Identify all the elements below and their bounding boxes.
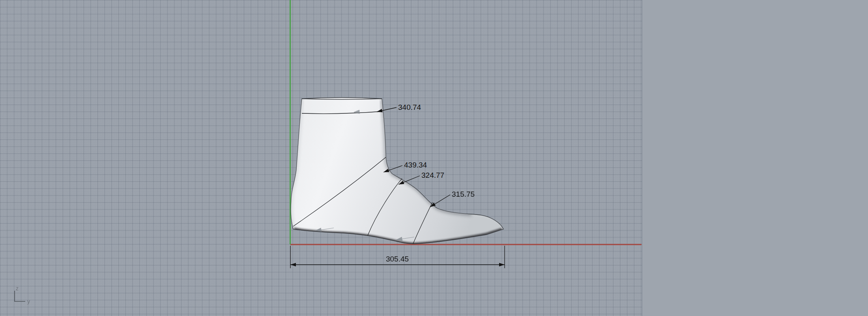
dimension-label[interactable]: 439.34 — [404, 161, 427, 169]
dimension-label[interactable]: 305.45 — [386, 255, 409, 263]
axis-gizmo-z-label: z — [16, 285, 19, 292]
scene-overlay: 340.74 439.34 324.77 315.75 305.45 — [0, 0, 868, 316]
dimension-arrowhead-right — [499, 263, 505, 267]
dimension-label[interactable]: 324.77 — [421, 171, 444, 179]
last-silhouette[interactable] — [291, 98, 503, 244]
dimension-label[interactable]: 340.74 — [398, 103, 421, 111]
cad-viewport-screenshot: 340.74 439.34 324.77 315.75 305.45 — [0, 0, 868, 316]
dimension-arrowhead-left — [290, 263, 296, 267]
shoe-last-model[interactable] — [291, 98, 503, 244]
axis-gizmo-lines — [15, 291, 25, 301]
dimension-last-length[interactable]: 305.45 — [290, 246, 505, 268]
axis-gizmo: z y — [15, 285, 30, 305]
axis-gizmo-y-label: y — [27, 298, 30, 305]
dimension-vamp-girth[interactable]: 315.75 — [429, 190, 475, 209]
dimension-label[interactable]: 315.75 — [452, 190, 475, 198]
